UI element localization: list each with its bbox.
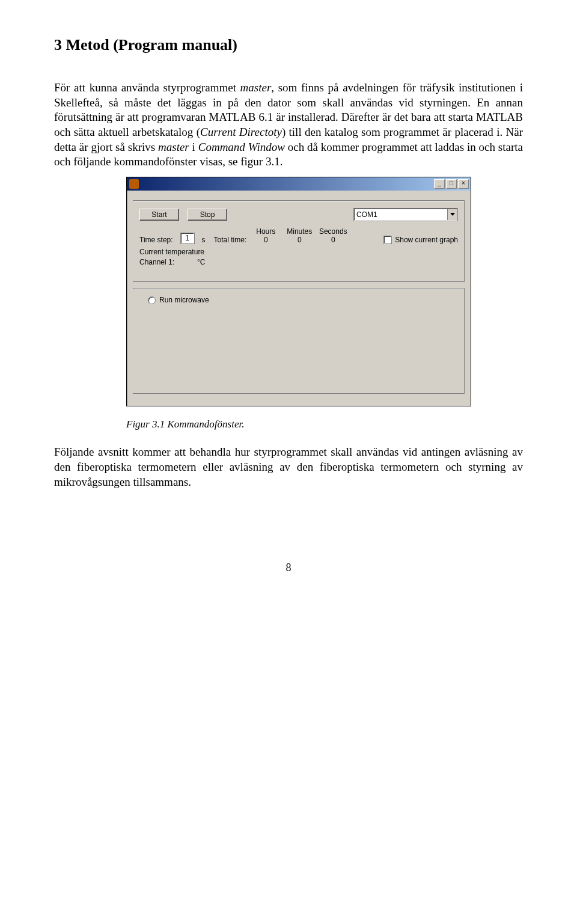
com-port-select[interactable]: COM1 — [353, 208, 458, 221]
minimize-button[interactable]: _ — [434, 179, 445, 189]
minutes-col: Minutes 0 — [285, 227, 314, 244]
start-button[interactable]: Start — [139, 209, 179, 221]
chevron-down-icon[interactable] — [447, 209, 457, 220]
channel1-label: Channel 1: — [139, 258, 174, 266]
current-temp-label: Current temperature — [139, 248, 458, 256]
maximize-button[interactable]: □ — [446, 179, 457, 189]
app-window: _ □ × Start Stop COM1 — [126, 177, 471, 406]
client-area: Start Stop COM1 Time step: 1 s — [127, 191, 471, 406]
degc-label: °C — [197, 258, 205, 266]
show-graph-checkbox[interactable] — [383, 236, 392, 244]
p1-text-d: Current Directoty — [200, 126, 282, 138]
app-icon — [129, 179, 139, 189]
close-button[interactable]: × — [458, 179, 469, 189]
total-time-label: Total time: — [214, 236, 247, 244]
time-step-label: Time step: — [139, 236, 173, 244]
minutes-value: 0 — [298, 236, 302, 244]
title-bar: _ □ × — [127, 177, 471, 191]
seconds-value: 0 — [331, 236, 335, 244]
p1-text-h: Command Window — [198, 141, 285, 153]
paragraph-2: Följande avsnitt kommer att behandla hur… — [54, 445, 523, 489]
seconds-label: Seconds — [319, 227, 347, 236]
hours-col: Hours 0 — [251, 227, 280, 244]
p1-text-f: master — [158, 141, 189, 153]
figure-caption: Figur 3.1 Kommandofönster. — [126, 418, 523, 430]
window-buttons: _ □ × — [434, 179, 469, 189]
main-groupbox: Start Stop COM1 Time step: 1 s — [133, 200, 465, 282]
top-row: Start Stop COM1 — [139, 208, 458, 221]
figure-wrap: _ □ × Start Stop COM1 — [54, 177, 523, 406]
p1-text-g: i — [189, 141, 198, 153]
seconds-unit-label: s — [202, 236, 206, 244]
paragraph-1: För att kunna använda styrprogrammet mas… — [54, 81, 523, 170]
svg-marker-0 — [450, 213, 455, 216]
section-heading: 3 Metod (Program manual) — [54, 36, 523, 54]
hours-label: Hours — [256, 227, 275, 236]
run-microwave-label: Run microwave — [159, 296, 209, 304]
minutes-label: Minutes — [287, 227, 312, 236]
seconds-col: Seconds 0 — [319, 227, 347, 244]
show-graph-label: Show current graph — [395, 236, 458, 244]
time-step-input[interactable]: 1 — [180, 233, 195, 244]
microwave-groupbox: Run microwave — [133, 288, 465, 394]
p1-text-a: För att kunna använda styrprogrammet — [54, 81, 240, 94]
time-row: Time step: 1 s Total time: Hours 0 Minut… — [139, 227, 458, 244]
page-number: 8 — [54, 561, 523, 574]
run-microwave-radio[interactable] — [148, 296, 156, 304]
com-port-value: COM1 — [354, 210, 447, 219]
p1-text-b: master — [240, 81, 272, 94]
hours-value: 0 — [264, 236, 268, 244]
stop-button[interactable]: Stop — [188, 209, 227, 221]
